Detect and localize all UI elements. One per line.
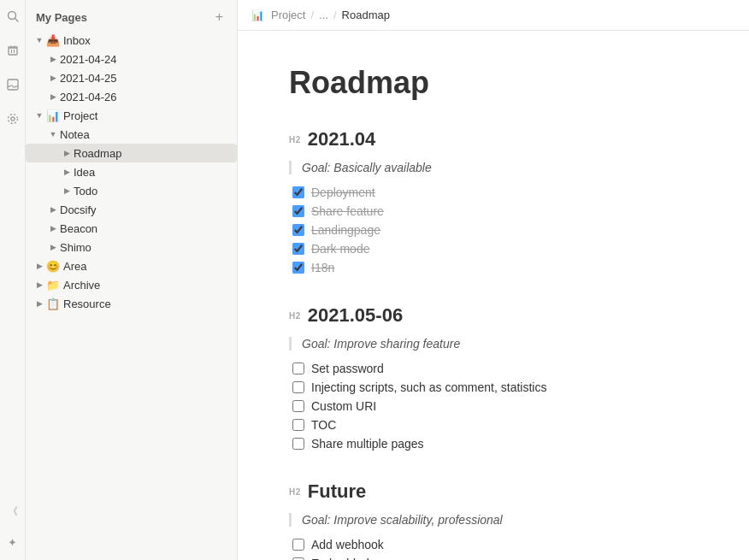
settings-icon[interactable] xyxy=(3,109,22,128)
svg-line-1 xyxy=(15,19,18,22)
section-title-2021-04: 2021.04 xyxy=(308,128,376,150)
checkbox-injecting-scripts[interactable] xyxy=(292,381,304,393)
sidebar: My Pages + ▼ 📥 Inbox ▶ 2021-04-24 ▶ 2021… xyxy=(26,0,238,560)
sidebar-item-notea[interactable]: ▼ Notea xyxy=(26,125,237,144)
check-item: Embedded page xyxy=(292,554,698,560)
check-item: Add webhook xyxy=(292,535,698,554)
sidebar-item-idea[interactable]: ▶ Idea xyxy=(26,162,237,181)
chevron-roadmap: ▶ xyxy=(60,146,74,160)
chevron-2021-04-26: ▶ xyxy=(46,90,60,103)
section-heading-2021-04: H2 2021.04 xyxy=(289,128,698,150)
check-label-toc: TOC xyxy=(311,418,336,432)
h2-label-1: H2 xyxy=(289,135,301,144)
breadcrumb-current: Roadmap xyxy=(342,9,390,21)
inbox-icon[interactable] xyxy=(3,75,22,94)
check-label-injecting-scripts: Injecting scripts, such as comment, stat… xyxy=(311,380,546,394)
goal-text-2021-04: Goal: Basically available xyxy=(302,161,432,174)
section-2021-05-06: H2 2021.05-06 Goal: Improve sharing feat… xyxy=(289,304,698,453)
goal-block-future: Goal: Improve scalability, professional xyxy=(289,513,698,527)
sidebar-label-idea: Idea xyxy=(74,166,95,179)
section-2021-04: H2 2021.04 Goal: Basically available Dep… xyxy=(289,128,698,277)
checkbox-custom-uri[interactable] xyxy=(292,400,304,412)
checkbox-i18n[interactable] xyxy=(292,262,304,274)
sidebar-item-area[interactable]: ▶ 😊 Area xyxy=(26,256,237,275)
checkbox-toc[interactable] xyxy=(292,419,304,431)
checkbox-landingpage[interactable] xyxy=(292,224,304,236)
chevron-inbox: ▼ xyxy=(32,33,46,47)
sidebar-item-2021-04-24[interactable]: ▶ 2021-04-24 xyxy=(26,50,237,68)
check-item: TOC xyxy=(292,416,698,434)
sidebar-label-resource: Resource xyxy=(63,298,111,310)
sidebar-item-archive[interactable]: ▶ 📁 Archive xyxy=(26,275,237,294)
sidebar-item-2021-04-25[interactable]: ▶ 2021-04-25 xyxy=(26,68,237,87)
section-heading-2021-05-06: H2 2021.05-06 xyxy=(289,304,698,327)
sidebar-label-2021-04-24: 2021-04-24 xyxy=(60,53,117,66)
svg-point-11 xyxy=(10,117,14,121)
chevron-2021-04-24: ▶ xyxy=(46,52,60,66)
sidebar-label-beacon: Beacon xyxy=(60,222,97,235)
sidebar-label-area: Area xyxy=(63,260,86,273)
trash-icon[interactable] xyxy=(3,41,22,60)
check-item: Share multiple pages xyxy=(292,434,698,453)
sidebar-label-inbox: Inbox xyxy=(63,34,91,47)
topbar: 📊 Project / ... / Roadmap xyxy=(238,0,749,31)
svg-rect-8 xyxy=(8,80,18,90)
chevron-todo: ▶ xyxy=(60,184,74,197)
collapse-icon[interactable]: 《 xyxy=(3,502,22,521)
h2-label-2: H2 xyxy=(289,311,301,321)
section-future: H2 Future Goal: Improve scalability, pro… xyxy=(289,480,698,560)
check-label-share-multiple: Share multiple pages xyxy=(311,437,424,451)
chevron-2021-04-25: ▶ xyxy=(46,71,60,85)
chevron-resource: ▶ xyxy=(32,297,46,310)
sidebar-item-roadmap[interactable]: ▶ Roadmap xyxy=(26,144,237,162)
check-item: Dark mode xyxy=(292,239,698,258)
goal-text-2021-05-06: Goal: Improve sharing feature xyxy=(302,337,460,351)
sidebar-item-todo[interactable]: ▶ Todo xyxy=(26,181,237,200)
sidebar-label-docsify: Docsify xyxy=(60,203,97,216)
check-item: Share feature xyxy=(292,202,698,221)
checkbox-dark-mode[interactable] xyxy=(292,243,304,255)
check-item: Set password xyxy=(292,359,698,378)
sidebar-label-2021-04-26: 2021-04-26 xyxy=(60,91,117,103)
breadcrumb-ellipsis[interactable]: ... xyxy=(319,9,328,21)
sidebar-item-beacon[interactable]: ▶ Beacon xyxy=(26,219,237,238)
checkbox-set-password[interactable] xyxy=(292,363,304,374)
check-label-deployment: Deployment xyxy=(311,186,375,199)
check-item: I18n xyxy=(292,258,698,277)
goal-block-2021-04: Goal: Basically available xyxy=(289,161,698,174)
chevron-project: ▼ xyxy=(32,109,46,122)
check-label-embedded-page: Embedded page xyxy=(311,557,399,560)
chevron-idea: ▶ xyxy=(60,165,74,179)
checkbox-share-multiple[interactable] xyxy=(292,438,304,450)
check-label-dark-mode: Dark mode xyxy=(311,242,369,256)
sidebar-item-shimo[interactable]: ▶ Shimo xyxy=(26,238,237,256)
sidebar-item-inbox[interactable]: ▼ 📥 Inbox xyxy=(26,31,237,50)
goal-text-future: Goal: Improve scalability, professional xyxy=(302,513,503,527)
icon-strip: 《 ✦ xyxy=(0,0,26,560)
sidebar-header: My Pages + xyxy=(26,0,237,31)
add-page-button[interactable]: + xyxy=(212,9,227,26)
sidebar-label-roadmap: Roadmap xyxy=(74,147,121,160)
sidebar-title: My Pages xyxy=(36,11,87,24)
main-area: 📊 Project / ... / Roadmap Roadmap H2 202… xyxy=(238,0,749,560)
theme-icon[interactable]: ✦ xyxy=(3,533,22,551)
check-item: Custom URI xyxy=(292,397,698,416)
check-label-share-feature: Share feature xyxy=(311,204,384,218)
checkbox-add-webhook[interactable] xyxy=(292,539,304,551)
breadcrumb-project[interactable]: Project xyxy=(271,9,305,21)
search-icon[interactable] xyxy=(3,7,22,26)
check-item: Landingpage xyxy=(292,221,698,239)
sidebar-item-docsify[interactable]: ▶ Docsify xyxy=(26,200,237,219)
checkbox-deployment[interactable] xyxy=(292,186,304,198)
tree-panel: ▼ 📥 Inbox ▶ 2021-04-24 ▶ 2021-04-25 ▶ 20… xyxy=(26,31,237,560)
sidebar-label-project: Project xyxy=(63,109,97,122)
sidebar-item-resource[interactable]: ▶ 📋 Resource xyxy=(26,294,237,313)
chevron-shimo: ▶ xyxy=(46,240,60,254)
sidebar-item-2021-04-26[interactable]: ▶ 2021-04-26 xyxy=(26,87,237,106)
section-title-2021-05-06: 2021.05-06 xyxy=(308,304,403,327)
chevron-archive: ▶ xyxy=(32,278,46,292)
checkbox-share-feature[interactable] xyxy=(292,205,304,217)
sidebar-item-project[interactable]: ▼ 📊 Project xyxy=(26,106,237,125)
goal-block-2021-05-06: Goal: Improve sharing feature xyxy=(289,337,698,351)
chevron-beacon: ▶ xyxy=(46,221,60,235)
